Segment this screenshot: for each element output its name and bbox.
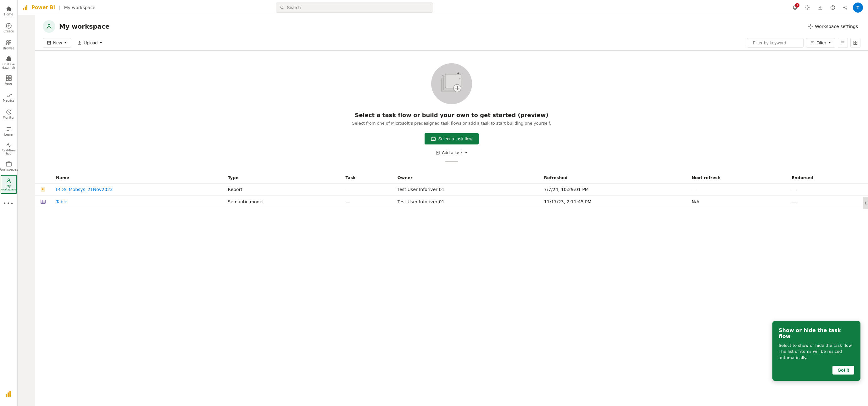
sidebar-item-learn[interactable]: Learn — [1, 123, 17, 139]
settings-button[interactable] — [803, 2, 813, 12]
search-input[interactable] — [287, 5, 429, 10]
learn-icon — [6, 126, 12, 132]
sidebar-item-apps[interactable]: Apps — [1, 72, 17, 88]
filter-chevron-icon — [828, 41, 831, 45]
main-content: My workspace Workspace settings New Uplo… — [35, 15, 868, 406]
metrics-icon — [6, 92, 12, 98]
grid-view-button[interactable] — [850, 38, 861, 48]
svg-point-25 — [48, 24, 50, 26]
tooltip-popup: Show or hide the task flow Select to sho… — [772, 321, 861, 381]
sidebar-item-label-apps: Apps — [5, 82, 12, 86]
row2-name[interactable]: Table — [51, 196, 223, 208]
download-button[interactable] — [815, 2, 825, 12]
svg-rect-12 — [6, 394, 7, 397]
powerbi-brand-icon — [23, 4, 29, 11]
sidebar-item-create[interactable]: Create — [1, 20, 17, 36]
topbar: Power BI | My workspace 1 — [18, 0, 868, 15]
divider-handle[interactable] — [445, 161, 458, 162]
apps-icon — [6, 75, 12, 81]
filter-keyword-input[interactable] — [753, 40, 808, 45]
svg-rect-10 — [6, 163, 11, 166]
home-icon — [6, 6, 12, 12]
table-row[interactable]: IRDS_Mobsys_21Nov2023 Report — Test User… — [35, 183, 868, 196]
workspace-settings-label: Workspace settings — [815, 24, 858, 29]
settings-icon — [805, 5, 810, 10]
row1-refreshed: 7/7/24, 10:29:01 PM — [539, 183, 686, 196]
row1-name[interactable]: IRDS_Mobsys_21Nov2023 — [51, 183, 223, 196]
upload-label: Upload — [84, 40, 97, 45]
topbar-actions: 1 T — [790, 2, 863, 12]
notification-badge: 1 — [795, 3, 800, 7]
search-bar[interactable] — [276, 2, 433, 12]
help-button[interactable] — [828, 2, 838, 12]
upload-chevron-icon — [99, 41, 102, 45]
sidebar-item-label-metrics: Metrics — [3, 99, 14, 103]
taskflow-icon-container: ✦ ✦ ✦ — [431, 63, 472, 104]
sidebar-item-onelake[interactable]: OneLake data hub — [1, 54, 17, 71]
svg-point-24 — [846, 8, 847, 9]
toolbar: New Upload — [35, 35, 868, 51]
svg-point-23 — [843, 7, 844, 8]
row2-endorsed: — — [786, 196, 868, 208]
sidebar-item-home[interactable]: Home — [1, 3, 17, 19]
filter-label: Filter — [816, 40, 826, 45]
row2-task: — — [341, 196, 393, 208]
svg-rect-1 — [7, 40, 8, 42]
sidebar-item-monitor[interactable]: Monitor — [1, 106, 17, 122]
collapse-arrow-button[interactable] — [863, 197, 868, 209]
svg-rect-40 — [44, 189, 44, 190]
list-view-button[interactable] — [838, 38, 848, 48]
tooltip-title: Show or hide the task flow — [779, 327, 854, 339]
sidebar-item-myworkspace[interactable]: My workspace — [1, 175, 17, 194]
share-icon — [843, 5, 848, 10]
sidebar-item-realtime[interactable]: Real-Time hub — [1, 140, 17, 158]
row1-task: — — [341, 183, 393, 196]
sidebar-item-metrics[interactable]: Metrics — [1, 89, 17, 106]
taskflow-graphic: ✦ ✦ ✦ — [439, 71, 464, 96]
svg-text:✦: ✦ — [459, 77, 461, 81]
svg-rect-4 — [9, 43, 11, 45]
powerbi-logo-icon — [5, 390, 12, 398]
new-icon — [47, 40, 51, 45]
row1-icon-cell — [35, 183, 51, 196]
sidebar-item-browse[interactable]: Browse — [1, 37, 17, 53]
sidebar: Home Create Browse OneLake data hub Apps… — [0, 0, 18, 406]
browse-icon — [6, 40, 12, 46]
monitor-icon — [6, 109, 12, 115]
row2-next-refresh: N/A — [686, 196, 786, 208]
col-refreshed: Refreshed — [539, 172, 686, 183]
col-endorsed: Endorsed — [786, 172, 868, 183]
sidebar-item-label-learn: Learn — [4, 133, 13, 137]
notification-button[interactable]: 1 — [790, 2, 800, 12]
svg-rect-41 — [41, 200, 45, 204]
upload-button[interactable]: Upload — [73, 38, 106, 47]
share-button[interactable] — [840, 2, 850, 12]
sidebar-more-button[interactable]: ••• — [1, 196, 17, 212]
workspace-settings-icon — [808, 24, 813, 29]
row2-type: Semantic model — [223, 196, 340, 208]
svg-point-18 — [281, 6, 283, 8]
sidebar-item-workspaces[interactable]: Workspaces — [1, 158, 17, 174]
select-taskflow-icon — [431, 136, 436, 141]
brand-separator: | — [59, 5, 60, 10]
svg-text:✦: ✦ — [441, 74, 444, 78]
filter-button[interactable]: Filter — [806, 38, 835, 48]
page-title-area: My workspace — [43, 20, 110, 33]
got-it-button[interactable]: Got it — [833, 366, 854, 375]
select-taskflow-button[interactable]: Select a task flow — [425, 133, 479, 144]
workspace-settings-button[interactable]: Workspace settings — [805, 23, 861, 30]
row1-next-refresh: — — [686, 183, 786, 196]
new-button[interactable]: New — [43, 38, 71, 48]
add-task-button[interactable]: Add a task — [432, 148, 471, 157]
search-icon — [280, 5, 284, 10]
table-row[interactable]: Table Semantic model — Test User Inforiv… — [35, 196, 868, 208]
svg-point-21 — [833, 8, 833, 9]
svg-point-26 — [810, 26, 811, 27]
avatar[interactable]: T — [853, 2, 863, 12]
row1-type: Report — [223, 183, 340, 196]
col-type: Type — [223, 172, 340, 183]
workspaces-icon — [6, 161, 12, 167]
page-title-icon — [43, 20, 55, 33]
sidebar-item-label-browse: Browse — [3, 47, 14, 50]
filter-input[interactable] — [747, 38, 804, 48]
